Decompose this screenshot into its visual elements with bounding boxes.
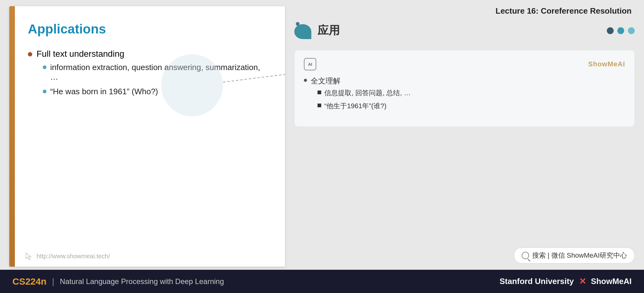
content-area: Applications Full text understanding inf… <box>0 0 644 270</box>
slide-content: Applications Full text understanding inf… <box>9 6 285 267</box>
card-header: AI ShowMeAI <box>304 58 625 70</box>
cs224n-label: CS224n <box>12 276 46 287</box>
section-icon-title: 应用 <box>294 22 340 39</box>
sub-bullet-item-1: information extraction, question answeri… <box>43 63 266 82</box>
spacer <box>294 133 635 241</box>
bullet-dot-blue-1 <box>43 65 46 69</box>
course-name: Natural Language Processing with Deep Le… <box>60 277 224 286</box>
section-title-cn: 应用 <box>318 23 340 38</box>
lecture-title: Lecture 16: Coreference Resolution <box>294 6 635 16</box>
card-main-text-wrapper: 全文理解 信息提取, 回答问题, 总结, … “他生于1961年”(谁?) <box>311 76 411 114</box>
slide-title: Applications <box>28 22 266 37</box>
card-sub-text-1: 信息提取, 回答问题, 总结, … <box>324 88 411 98</box>
showmeai-label: ShowMeAI <box>591 277 632 286</box>
bullet-dot-blue-2 <box>43 90 46 93</box>
bullet-square-1 <box>318 91 321 94</box>
showmeai-brand: ShowMeAI <box>588 60 625 68</box>
card-bullet-main: 全文理解 信息提取, 回答问题, 总结, … “他生于1961年”(谁?) <box>304 76 625 114</box>
nav-dot-1[interactable] <box>607 27 614 34</box>
main-container: Applications Full text understanding inf… <box>0 0 644 293</box>
sub-bullet-text-1: information extraction, question answeri… <box>50 63 266 82</box>
bottom-bar: CS224n | Natural Language Processing wit… <box>0 270 644 293</box>
card-content: 全文理解 信息提取, 回答问题, 总结, … “他生于1961年”(谁?) <box>304 76 625 114</box>
sub-bullet-text-2: “He was born in 1961” (Who?) <box>50 87 158 96</box>
teal-shape <box>294 24 311 39</box>
ai-icon-text: AI <box>308 62 312 67</box>
bullet-dot-brown <box>28 52 32 56</box>
card-sub-item-2: “他生于1961年”(谁?) <box>318 101 411 111</box>
x-mark: ✕ <box>579 276 586 286</box>
card-sub-text-2: “他生于1961年”(谁?) <box>324 101 386 111</box>
search-icon-handle <box>528 259 530 261</box>
nav-dot-3[interactable] <box>628 27 635 34</box>
bullet-square-2 <box>318 104 321 107</box>
search-icon-circle <box>522 252 529 259</box>
spotlight-circle <box>161 54 223 116</box>
slide-panel: Applications Full text understanding inf… <box>9 6 285 267</box>
search-container: 搜索 | 微信 ShowMeAI研究中心 <box>294 247 635 267</box>
card-sub-list: 信息提取, 回答问题, 总结, … “他生于1961年”(谁?) <box>318 88 411 111</box>
section-header: 应用 <box>294 22 635 39</box>
bottom-left: CS224n | Natural Language Processing wit… <box>12 276 224 287</box>
slide-footer-url: http://www.showmeai.tech/ <box>37 253 110 260</box>
slide-footer: http://www.showmeai.tech/ <box>25 252 110 260</box>
slide-bullet-list: Full text understanding information extr… <box>28 49 266 101</box>
bottom-right: Stanford University ✕ ShowMeAI <box>500 276 632 286</box>
university-name: Stanford University <box>500 277 574 286</box>
search-icon <box>522 252 529 259</box>
ai-icon: AI <box>304 58 316 70</box>
teal-icon <box>294 22 313 39</box>
nav-dots <box>607 27 635 34</box>
bullet-item-1: Full text understanding information extr… <box>28 49 266 101</box>
card-main-text: 全文理解 <box>311 77 340 85</box>
right-panel: Lecture 16: Coreference Resolution 应用 <box>294 6 635 267</box>
nav-dot-2[interactable] <box>617 27 624 34</box>
bullet-main-text: Full text understanding <box>37 49 124 59</box>
sub-bullet-item-2: “He was born in 1961” (Who?) <box>43 87 266 96</box>
cursor-icon <box>25 252 33 260</box>
search-bar-text: 搜索 | 微信 ShowMeAI研究中心 <box>532 251 627 260</box>
slide-accent-bar <box>9 6 15 267</box>
card-sub-item-1: 信息提取, 回答问题, 总结, … <box>318 88 411 98</box>
search-bar[interactable]: 搜索 | 微信 ShowMeAI研究中心 <box>514 247 635 264</box>
sub-bullet-list: information extraction, question answeri… <box>43 63 266 96</box>
pipe-separator: | <box>52 277 54 286</box>
translation-card: AI ShowMeAI 全文理解 信息提取, 回答问题, 总结, … <box>294 50 635 127</box>
bullet-text-wrapper: Full text understanding information extr… <box>37 49 266 101</box>
bullet-dot-card <box>304 79 307 82</box>
